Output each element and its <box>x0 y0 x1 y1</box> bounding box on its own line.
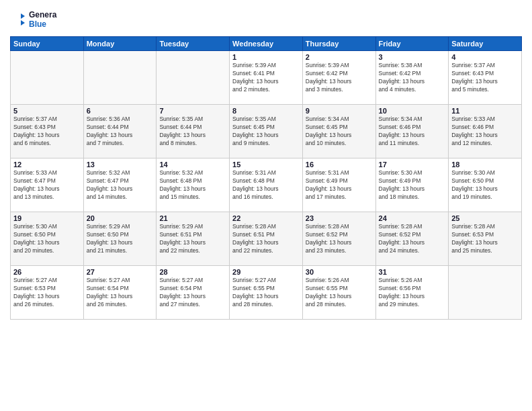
calendar-cell: 21Sunrise: 5:29 AM Sunset: 6:51 PM Dayli… <box>157 212 230 266</box>
day-number: 21 <box>159 214 226 222</box>
header: GeneralBlue <box>10 7 522 34</box>
calendar-cell: 8Sunrise: 5:35 AM Sunset: 6:45 PM Daylig… <box>230 105 303 158</box>
calendar-cell: 24Sunrise: 5:28 AM Sunset: 6:52 PM Dayli… <box>375 212 449 266</box>
day-number: 10 <box>379 107 446 115</box>
calendar-week-row: 26Sunrise: 5:27 AM Sunset: 6:53 PM Dayli… <box>11 266 522 320</box>
day-info: Sunrise: 5:28 AM Sunset: 6:52 PM Dayligh… <box>306 223 373 255</box>
day-info: Sunrise: 5:28 AM Sunset: 6:51 PM Dayligh… <box>232 223 300 255</box>
calendar-cell: 3Sunrise: 5:38 AM Sunset: 6:42 PM Daylig… <box>375 51 449 105</box>
day-info: Sunrise: 5:31 AM Sunset: 6:48 PM Dayligh… <box>232 169 300 201</box>
calendar-cell: 15Sunrise: 5:31 AM Sunset: 6:48 PM Dayli… <box>230 158 303 212</box>
calendar-header-day: Tuesday <box>157 37 230 51</box>
day-info: Sunrise: 5:28 AM Sunset: 6:53 PM Dayligh… <box>451 223 519 255</box>
day-number: 27 <box>87 268 154 276</box>
svg-marker-3 <box>21 20 25 26</box>
calendar-cell: 23Sunrise: 5:28 AM Sunset: 6:52 PM Dayli… <box>302 212 375 266</box>
day-info: Sunrise: 5:29 AM Sunset: 6:50 PM Dayligh… <box>87 223 154 255</box>
day-number: 23 <box>306 214 373 222</box>
calendar-week-row: 1Sunrise: 5:39 AM Sunset: 6:41 PM Daylig… <box>11 51 522 105</box>
day-info: Sunrise: 5:27 AM Sunset: 6:55 PM Dayligh… <box>232 277 300 309</box>
day-number: 11 <box>451 107 519 115</box>
day-info: Sunrise: 5:29 AM Sunset: 6:51 PM Dayligh… <box>159 223 226 255</box>
day-number: 31 <box>379 268 446 276</box>
calendar-cell <box>157 51 230 105</box>
calendar-header-day: Monday <box>83 37 157 51</box>
calendar-cell: 19Sunrise: 5:30 AM Sunset: 6:50 PM Dayli… <box>11 212 84 266</box>
day-info: Sunrise: 5:37 AM Sunset: 6:43 PM Dayligh… <box>13 116 81 148</box>
day-info: Sunrise: 5:34 AM Sunset: 6:45 PM Dayligh… <box>306 116 373 148</box>
day-info: Sunrise: 5:39 AM Sunset: 6:42 PM Dayligh… <box>306 62 373 94</box>
day-info: Sunrise: 5:32 AM Sunset: 6:48 PM Dayligh… <box>159 169 226 201</box>
day-number: 4 <box>451 53 519 61</box>
day-info: Sunrise: 5:33 AM Sunset: 6:47 PM Dayligh… <box>13 169 81 201</box>
day-number: 26 <box>13 268 81 276</box>
day-number: 25 <box>451 214 519 222</box>
calendar-header-day: Thursday <box>302 37 375 51</box>
calendar-cell: 14Sunrise: 5:32 AM Sunset: 6:48 PM Dayli… <box>157 158 230 212</box>
calendar-header-day: Friday <box>375 37 449 51</box>
calendar-header-day: Saturday <box>449 37 522 51</box>
day-number: 17 <box>379 161 446 169</box>
day-number: 22 <box>232 214 300 222</box>
day-info: Sunrise: 5:26 AM Sunset: 6:55 PM Dayligh… <box>306 277 373 309</box>
calendar-cell: 28Sunrise: 5:27 AM Sunset: 6:54 PM Dayli… <box>157 266 230 320</box>
logo-icon: GeneralBlue <box>10 7 57 34</box>
svg-text:Blue: Blue <box>29 19 46 29</box>
day-number: 16 <box>306 161 373 169</box>
calendar-week-row: 19Sunrise: 5:30 AM Sunset: 6:50 PM Dayli… <box>11 212 522 266</box>
day-number: 8 <box>232 107 300 115</box>
day-info: Sunrise: 5:37 AM Sunset: 6:43 PM Dayligh… <box>451 62 519 94</box>
day-number: 6 <box>87 107 154 115</box>
day-info: Sunrise: 5:32 AM Sunset: 6:47 PM Dayligh… <box>87 169 154 201</box>
calendar-cell: 5Sunrise: 5:37 AM Sunset: 6:43 PM Daylig… <box>11 105 84 158</box>
day-info: Sunrise: 5:27 AM Sunset: 6:53 PM Dayligh… <box>13 277 81 309</box>
calendar-cell: 31Sunrise: 5:26 AM Sunset: 6:56 PM Dayli… <box>375 266 449 320</box>
svg-marker-2 <box>21 13 25 19</box>
calendar-cell: 16Sunrise: 5:31 AM Sunset: 6:49 PM Dayli… <box>302 158 375 212</box>
calendar-cell: 20Sunrise: 5:29 AM Sunset: 6:50 PM Dayli… <box>83 212 157 266</box>
calendar-cell: 4Sunrise: 5:37 AM Sunset: 6:43 PM Daylig… <box>449 51 522 105</box>
day-info: Sunrise: 5:35 AM Sunset: 6:45 PM Dayligh… <box>232 116 300 148</box>
day-number: 2 <box>306 53 373 61</box>
calendar-cell: 27Sunrise: 5:27 AM Sunset: 6:54 PM Dayli… <box>83 266 157 320</box>
calendar-header-day: Sunday <box>11 37 84 51</box>
day-info: Sunrise: 5:31 AM Sunset: 6:49 PM Dayligh… <box>306 169 373 201</box>
calendar-cell <box>11 51 84 105</box>
calendar-week-row: 12Sunrise: 5:33 AM Sunset: 6:47 PM Dayli… <box>11 158 522 212</box>
calendar-cell: 22Sunrise: 5:28 AM Sunset: 6:51 PM Dayli… <box>230 212 303 266</box>
day-number: 14 <box>159 161 226 169</box>
day-number: 20 <box>87 214 154 222</box>
day-number: 7 <box>159 107 226 115</box>
calendar-cell: 25Sunrise: 5:28 AM Sunset: 6:53 PM Dayli… <box>449 212 522 266</box>
calendar-cell: 11Sunrise: 5:33 AM Sunset: 6:46 PM Dayli… <box>449 105 522 158</box>
calendar-cell: 2Sunrise: 5:39 AM Sunset: 6:42 PM Daylig… <box>302 51 375 105</box>
calendar-cell: 18Sunrise: 5:30 AM Sunset: 6:50 PM Dayli… <box>449 158 522 212</box>
calendar-cell: 17Sunrise: 5:30 AM Sunset: 6:49 PM Dayli… <box>375 158 449 212</box>
calendar-cell <box>83 51 157 105</box>
day-number: 29 <box>232 268 300 276</box>
day-number: 9 <box>306 107 373 115</box>
day-info: Sunrise: 5:28 AM Sunset: 6:52 PM Dayligh… <box>379 223 446 255</box>
day-number: 5 <box>13 107 81 115</box>
day-info: Sunrise: 5:34 AM Sunset: 6:46 PM Dayligh… <box>379 116 446 148</box>
calendar-cell: 13Sunrise: 5:32 AM Sunset: 6:47 PM Dayli… <box>83 158 157 212</box>
calendar-cell <box>449 266 522 320</box>
calendar-cell: 12Sunrise: 5:33 AM Sunset: 6:47 PM Dayli… <box>11 158 84 212</box>
day-info: Sunrise: 5:36 AM Sunset: 6:44 PM Dayligh… <box>87 116 154 148</box>
svg-text:General: General <box>29 10 57 19</box>
day-info: Sunrise: 5:26 AM Sunset: 6:56 PM Dayligh… <box>379 277 446 309</box>
calendar-table: SundayMondayTuesdayWednesdayThursdayFrid… <box>10 36 522 320</box>
day-info: Sunrise: 5:30 AM Sunset: 6:49 PM Dayligh… <box>379 169 446 201</box>
calendar-cell: 7Sunrise: 5:35 AM Sunset: 6:44 PM Daylig… <box>157 105 230 158</box>
day-info: Sunrise: 5:27 AM Sunset: 6:54 PM Dayligh… <box>159 277 226 309</box>
calendar-header-day: Wednesday <box>230 37 303 51</box>
calendar-cell: 10Sunrise: 5:34 AM Sunset: 6:46 PM Dayli… <box>375 105 449 158</box>
page-container: GeneralBlue SundayMondayTuesdayWednesday… <box>0 0 532 411</box>
day-info: Sunrise: 5:33 AM Sunset: 6:46 PM Dayligh… <box>451 116 519 148</box>
day-number: 15 <box>232 161 300 169</box>
calendar-week-row: 5Sunrise: 5:37 AM Sunset: 6:43 PM Daylig… <box>11 105 522 158</box>
day-number: 1 <box>232 53 300 61</box>
day-number: 13 <box>87 161 154 169</box>
calendar-header-row: SundayMondayTuesdayWednesdayThursdayFrid… <box>11 37 522 51</box>
calendar-cell: 29Sunrise: 5:27 AM Sunset: 6:55 PM Dayli… <box>230 266 303 320</box>
